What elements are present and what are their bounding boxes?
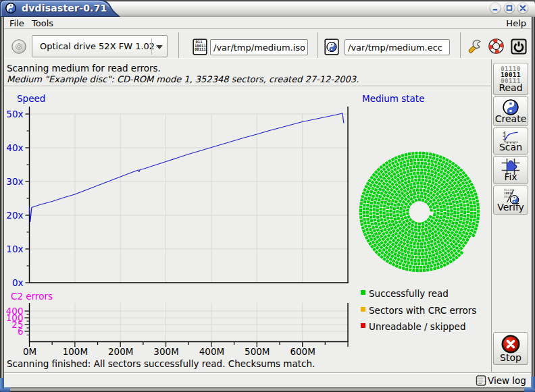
menu-help[interactable]: Help [503, 18, 529, 29]
preferences-wrench-icon[interactable] [466, 38, 482, 55]
svg-text:40x: 40x [6, 142, 23, 153]
help-lifebuoy-icon[interactable] [488, 38, 504, 54]
svg-text:30x: 30x [6, 176, 23, 187]
medium-info: Medium "Example disc": CD-ROM mode 1, 35… [7, 74, 359, 84]
ecc-path-input[interactable] [345, 39, 450, 55]
create-button-label: Create [494, 113, 528, 124]
svg-text:0x: 0x [12, 277, 24, 288]
iso-image-file-icon: 0111001100111 [193, 38, 207, 55]
drive-select-value: Optical drive 52X FW 1.02 [40, 41, 155, 51]
window-border-right [531, 17, 535, 388]
iso-path-input[interactable] [210, 39, 308, 55]
toolbar-separator [317, 32, 318, 58]
combo-dropdown-arrow-icon [156, 45, 163, 49]
main-area: Scanning medium for read errors. Medium … [4, 59, 531, 372]
fix-button-label: Fix [494, 171, 528, 182]
create-button[interactable]: Create [493, 96, 528, 126]
svg-text:100M: 100M [63, 346, 88, 357]
drive-select-combobox[interactable]: Optical drive 52X FW 1.02 [32, 35, 168, 57]
svg-text:50x: 50x [6, 109, 23, 119]
heading-separator [4, 86, 491, 87]
svg-text:20x: 20x [6, 210, 23, 221]
ecc-file-icon [324, 38, 339, 55]
status-message: Scanning finished: All sectors successfu… [7, 358, 315, 369]
menu-file[interactable]: File [7, 18, 27, 29]
stop-button-label: Stop [494, 352, 528, 363]
legend-label: Unreadable / skipped [369, 321, 465, 332]
read-button[interactable]: 011101001100111 Read [493, 63, 528, 95]
scan-results-panel: Scanning medium for read errors. Medium … [4, 59, 491, 372]
stop-icon [501, 335, 520, 354]
legend-swatch-crc [361, 307, 365, 312]
close-button[interactable] [517, 2, 529, 14]
svg-text:400M: 400M [199, 346, 224, 357]
action-heading: Scanning medium for read errors. [7, 63, 161, 74]
scan-button-label: Scan [494, 142, 528, 152]
menubar: File Tools Help [4, 17, 531, 29]
resize-corner-right-v[interactable] [531, 376, 535, 389]
app-yinyang-icon [5, 3, 16, 13]
read-button-label: Read [494, 82, 528, 93]
titlebar[interactable]: dvdisaster-0.71 [0, 0, 535, 17]
scan-button[interactable]: Scan [493, 128, 528, 155]
window-title: dvdisaster-0.71 [22, 3, 107, 13]
verify-button[interactable]: 011101001100111 Verify [493, 186, 528, 215]
svg-text:00111: 00111 [195, 47, 206, 51]
fix-button[interactable]: Fix [493, 156, 528, 184]
legend-swatch-unreadable [361, 323, 365, 328]
svg-text:0M: 0M [23, 346, 36, 357]
svg-text:6: 6 [18, 326, 24, 337]
footer-bar: View log [4, 372, 531, 387]
maximize-button[interactable] [503, 2, 515, 14]
view-log-button[interactable]: View log [476, 374, 526, 387]
toolbar: Optical drive 52X FW 1.02 0111001100111 [4, 30, 531, 59]
legend-label: Successfully read [369, 288, 449, 299]
svg-text:200M: 200M [108, 346, 133, 357]
svg-text:10x: 10x [6, 244, 23, 254]
read-binary-icon: 011101001100111 [494, 66, 528, 84]
toolbar-separator [178, 32, 179, 58]
cd-drive-icon [11, 39, 26, 54]
window-border-bottom [0, 387, 535, 392]
svg-text:600M: 600M [290, 346, 315, 357]
verify-button-label: Verify [494, 202, 528, 213]
window-content: File Tools Help Optical drive 52X FW 1.0… [4, 17, 531, 387]
legend-swatch-ok [361, 290, 365, 295]
toolbar-separator [460, 32, 461, 58]
application-window: dvdisaster-0.71 File Tools Help [0, 0, 535, 392]
stop-button[interactable]: Stop [493, 332, 528, 365]
minimize-button[interactable] [489, 2, 501, 14]
combo-separator [151, 38, 152, 55]
action-sidebar: 011101001100111 Read Create Scan Fix 011… [492, 59, 531, 372]
toolbar-highlight [4, 58, 531, 59]
medium-state-disc [358, 150, 481, 273]
log-list-icon [476, 375, 486, 386]
view-log-label: View log [488, 375, 526, 386]
quit-power-icon[interactable] [511, 38, 527, 55]
menu-tools[interactable]: Tools [29, 18, 56, 29]
svg-text:300M: 300M [153, 346, 178, 357]
legend-label: Sectors with CRC errors [369, 305, 476, 316]
svg-text:500M: 500M [245, 346, 270, 357]
